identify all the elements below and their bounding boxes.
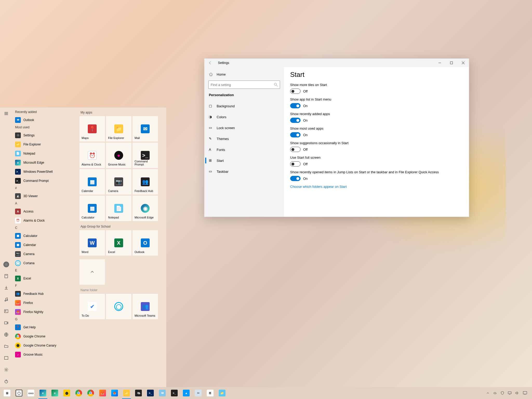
app-calculator[interactable]: ▦Calculator bbox=[12, 231, 79, 240]
taskbar-photos[interactable]: ▲ bbox=[180, 387, 192, 399]
app-file-explorer[interactable]: 📁File Explorer bbox=[12, 140, 79, 149]
hamburger-button[interactable] bbox=[0, 108, 12, 119]
app-settings[interactable]: Settings bbox=[12, 131, 79, 140]
tile-word[interactable]: WWord bbox=[79, 230, 105, 256]
alpha-header[interactable]: G bbox=[12, 316, 79, 323]
app-notepad[interactable]: 📄Notepad bbox=[12, 149, 79, 158]
tile-file-explorer[interactable]: 📁File Explorer bbox=[106, 116, 131, 142]
tile-excel[interactable]: XExcel bbox=[106, 230, 131, 256]
toggle[interactable] bbox=[290, 103, 301, 108]
alpha-header[interactable]: E bbox=[12, 268, 79, 274]
taskbar-chrome-canary[interactable]: ⬤ bbox=[61, 387, 73, 399]
explorer-icon[interactable] bbox=[0, 352, 12, 364]
app-calendar[interactable]: ▦Calendar bbox=[12, 240, 79, 249]
music-icon[interactable] bbox=[0, 294, 12, 305]
folder-collapse-tile[interactable] bbox=[79, 259, 105, 285]
nav-fonts[interactable]: AFonts bbox=[205, 144, 283, 155]
app-feedback-hub[interactable]: 👥Feedback Hub bbox=[12, 289, 79, 298]
power-icon[interactable] bbox=[0, 375, 12, 387]
app-firefox[interactable]: 🦊Firefox bbox=[12, 298, 79, 307]
tile-calendar[interactable]: ▦Calendar bbox=[79, 169, 105, 195]
taskbar-powershell[interactable]: >_ bbox=[144, 387, 156, 399]
folders-link[interactable]: Choose which folders appear on Start bbox=[290, 185, 463, 189]
back-button[interactable] bbox=[207, 60, 213, 66]
search-field[interactable] bbox=[211, 83, 274, 87]
app-microsoft-edge[interactable]: eMicrosoft Edge bbox=[12, 158, 79, 167]
user-avatar[interactable] bbox=[0, 258, 12, 270]
tile-command-prompt[interactable]: >_Command Prompt bbox=[132, 143, 158, 168]
tiles-header2[interactable]: App Group for School bbox=[81, 225, 163, 228]
tile-cortana[interactable]: ◯ bbox=[106, 294, 131, 319]
tile-to-do[interactable]: ✔To Do bbox=[79, 294, 105, 319]
tile-mail[interactable]: ✉Mail bbox=[132, 116, 158, 142]
app-command-prompt[interactable]: >_Command Prompt bbox=[12, 176, 79, 185]
settings-icon[interactable] bbox=[0, 364, 12, 375]
action-center-icon[interactable] bbox=[521, 387, 529, 399]
onedrive-icon[interactable] bbox=[491, 387, 499, 399]
app-windows-powershell[interactable]: >_Windows PowerShell bbox=[12, 167, 79, 176]
tile-maps[interactable]: 📍Maps bbox=[79, 116, 105, 142]
taskbar-cmd[interactable]: >_ bbox=[168, 387, 180, 399]
alpha-hash[interactable]: # bbox=[12, 185, 79, 191]
downloads-icon[interactable] bbox=[0, 282, 12, 294]
taskbar-folder[interactable]: 📁 bbox=[216, 387, 228, 399]
tile-groove-music[interactable]: ●Groove Music bbox=[106, 143, 131, 168]
taskbar-security[interactable]: ⛨ bbox=[204, 387, 216, 399]
alpha-header[interactable]: A bbox=[12, 201, 79, 207]
alpha-header[interactable]: C bbox=[12, 225, 79, 231]
search-input[interactable] bbox=[208, 81, 280, 89]
volume-icon[interactable] bbox=[513, 387, 521, 399]
nav-taskbar[interactable]: ▭Taskbar bbox=[205, 166, 283, 177]
taskbar-store[interactable]: 🛍 bbox=[132, 387, 144, 399]
folder-icon[interactable] bbox=[0, 340, 12, 352]
tiles-header[interactable]: My apps bbox=[81, 111, 163, 114]
toggle[interactable] bbox=[290, 161, 301, 167]
toggle[interactable] bbox=[290, 118, 301, 123]
app-alarms-&-clock[interactable]: ⏰Alarms & Clock bbox=[12, 216, 79, 225]
tile-feedback-hub[interactable]: 👥Feedback Hub bbox=[132, 169, 158, 195]
toggle[interactable] bbox=[290, 147, 301, 152]
tile-microsoft-teams[interactable]: 👥Microsoft Teams bbox=[132, 294, 158, 319]
taskbar-firefox-dev[interactable]: 🦊 bbox=[109, 387, 121, 399]
taskbar-edge-dev[interactable]: e bbox=[49, 387, 61, 399]
taskbar-start[interactable]: ⊞ bbox=[1, 387, 13, 399]
app-camera[interactable]: 📷Camera bbox=[12, 249, 79, 258]
pictures-icon[interactable] bbox=[0, 305, 12, 317]
tray-chevron[interactable] bbox=[484, 387, 491, 399]
tiles-header3[interactable]: Name folder bbox=[81, 288, 163, 292]
tile-outlook[interactable]: OOutlook bbox=[132, 230, 158, 256]
network-icon[interactable] bbox=[0, 329, 12, 340]
app-get-help[interactable]: ❓Get Help bbox=[12, 323, 79, 332]
nav-colors[interactable]: ◑Colors bbox=[205, 111, 283, 122]
app-google-chrome-canary[interactable]: ⬤Google Chrome Canary bbox=[12, 341, 79, 350]
tile-camera[interactable]: 📷Camera bbox=[106, 169, 131, 195]
taskbar-snip[interactable]: ✂ bbox=[192, 387, 204, 399]
maximize-button[interactable] bbox=[445, 59, 457, 67]
tile-calculator[interactable]: ▦Calculator bbox=[79, 196, 105, 221]
taskbar-file-explorer[interactable]: 📁 bbox=[121, 387, 132, 399]
alpha-header[interactable]: F bbox=[12, 283, 79, 289]
toggle[interactable] bbox=[290, 132, 301, 137]
app-groove-music[interactable]: ♪Groove Music bbox=[12, 350, 79, 359]
documents-icon[interactable] bbox=[0, 270, 12, 282]
taskbar-edge[interactable]: e bbox=[37, 387, 49, 399]
nav-background[interactable]: ▢Background bbox=[205, 101, 283, 111]
videos-icon[interactable] bbox=[0, 317, 12, 329]
app-outlook[interactable]: ✉Outlook bbox=[12, 115, 79, 124]
taskbar-search[interactable]: ◯ bbox=[13, 387, 25, 399]
minimize-button[interactable] bbox=[434, 59, 445, 67]
tile-microsoft-edge[interactable]: ◉Microsoft Edge bbox=[132, 196, 158, 221]
app-3d-viewer[interactable]: ◭3D Viewer bbox=[12, 191, 79, 201]
taskbar-firefox[interactable]: 🦊 bbox=[97, 387, 109, 399]
taskbar-chrome2[interactable] bbox=[85, 387, 97, 399]
app-access[interactable]: AAccess bbox=[12, 207, 79, 216]
app-firefox-nightly[interactable]: 🦊Firefox Nightly bbox=[12, 307, 79, 316]
security-tray-icon[interactable] bbox=[499, 387, 506, 399]
taskbar-task-view[interactable]: ▭▭ bbox=[25, 387, 37, 399]
app-google-chrome[interactable]: Google Chrome bbox=[12, 332, 79, 341]
nav-themes[interactable]: ✎Themes bbox=[205, 133, 283, 144]
taskbar-mail[interactable]: ✉ bbox=[156, 387, 168, 399]
nav-lock-screen[interactable]: ▭Lock screen bbox=[205, 122, 283, 133]
close-button[interactable] bbox=[457, 59, 469, 67]
taskbar-chrome[interactable] bbox=[73, 387, 85, 399]
